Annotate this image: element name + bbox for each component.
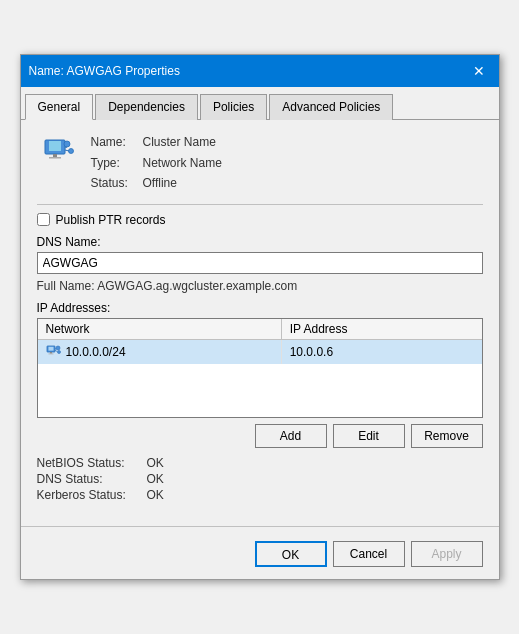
- apply-button[interactable]: Apply: [411, 541, 483, 567]
- netbios-status-label: NetBIOS Status:: [37, 456, 147, 470]
- type-field-label: Type:: [91, 153, 143, 173]
- ip-value: 10.0.0.6: [282, 341, 482, 363]
- netbios-status-row: NetBIOS Status: OK: [37, 456, 483, 470]
- kerberos-status-value: OK: [147, 488, 164, 502]
- tab-general[interactable]: General: [25, 94, 94, 120]
- dns-status-row: DNS Status: OK: [37, 472, 483, 486]
- network-cell: 10.0.0.0/24: [38, 340, 282, 364]
- close-button[interactable]: ✕: [467, 61, 491, 81]
- cancel-button[interactable]: Cancel: [333, 541, 405, 567]
- publish-ptr-label[interactable]: Publish PTR records: [56, 213, 166, 227]
- kerberos-status-label: Kerberos Status:: [37, 488, 147, 502]
- bottom-divider: [21, 526, 499, 527]
- svg-rect-9: [48, 346, 53, 350]
- ip-address-column-header: IP Address: [282, 319, 482, 339]
- add-button[interactable]: Add: [255, 424, 327, 448]
- svg-point-13: [57, 350, 60, 353]
- svg-rect-11: [48, 353, 53, 354]
- tab-dependencies[interactable]: Dependencies: [95, 94, 198, 120]
- status-section: NetBIOS Status: OK DNS Status: OK Kerber…: [37, 456, 483, 502]
- tab-bar: General Dependencies Policies Advanced P…: [21, 87, 499, 120]
- svg-line-14: [55, 348, 56, 349]
- svg-point-12: [56, 346, 60, 350]
- name-field-label: Name:: [91, 132, 143, 152]
- svg-rect-3: [49, 157, 61, 159]
- resource-info: Name: Cluster Name Type: Network Name St…: [91, 132, 222, 193]
- status-field-value: Offline: [143, 173, 177, 193]
- tab-policies[interactable]: Policies: [200, 94, 267, 120]
- name-field-value: Cluster Name: [143, 132, 216, 152]
- netbios-status-value: OK: [147, 456, 164, 470]
- svg-rect-2: [53, 154, 57, 157]
- publish-ptr-checkbox[interactable]: [37, 213, 50, 226]
- tab-advanced-policies[interactable]: Advanced Policies: [269, 94, 393, 120]
- ip-action-buttons: Add Edit Remove: [37, 424, 483, 448]
- svg-rect-1: [49, 141, 61, 151]
- dialog-title: Name: AGWGAG Properties: [29, 64, 180, 78]
- network-value: 10.0.0.0/24: [66, 345, 126, 359]
- dialog-buttons: OK Cancel Apply: [21, 535, 499, 579]
- svg-point-4: [64, 141, 70, 147]
- dialog-window: Name: AGWGAG Properties ✕ General Depend…: [20, 54, 500, 579]
- dns-status-label: DNS Status:: [37, 472, 147, 486]
- dns-name-input[interactable]: [37, 252, 483, 274]
- tab-content: Name: Cluster Name Type: Network Name St…: [21, 120, 499, 515]
- ok-button[interactable]: OK: [255, 541, 327, 567]
- divider-1: [37, 204, 483, 205]
- table-row[interactable]: 10.0.0.0/24 10.0.0.6: [38, 340, 482, 364]
- ip-addresses-label: IP Addresses:: [37, 301, 483, 315]
- kerberos-status-row: Kerberos Status: OK: [37, 488, 483, 502]
- dns-name-label: DNS Name:: [37, 235, 483, 249]
- svg-point-5: [68, 149, 73, 154]
- name-row: Name: Cluster Name: [91, 132, 222, 152]
- title-bar: Name: AGWGAG Properties ✕: [21, 55, 499, 87]
- network-column-header: Network: [38, 319, 282, 339]
- ip-table-header: Network IP Address: [38, 319, 482, 340]
- status-row: Status: Offline: [91, 173, 222, 193]
- network-row-icon: [46, 344, 62, 360]
- resource-icon: [37, 132, 81, 176]
- publish-ptr-row: Publish PTR records: [37, 213, 483, 227]
- remove-button[interactable]: Remove: [411, 424, 483, 448]
- network-name-icon: [41, 136, 77, 172]
- type-field-value: Network Name: [143, 153, 222, 173]
- info-section: Name: Cluster Name Type: Network Name St…: [37, 132, 483, 193]
- dns-status-value: OK: [147, 472, 164, 486]
- full-name-text: Full Name: AGWGAG.ag.wgcluster.example.c…: [37, 279, 483, 293]
- svg-rect-10: [50, 352, 52, 354]
- type-row: Type: Network Name: [91, 153, 222, 173]
- ip-table-body: 10.0.0.0/24 10.0.0.6: [38, 340, 482, 410]
- edit-button[interactable]: Edit: [333, 424, 405, 448]
- status-field-label: Status:: [91, 173, 143, 193]
- ip-addresses-table: Network IP Address: [37, 318, 483, 418]
